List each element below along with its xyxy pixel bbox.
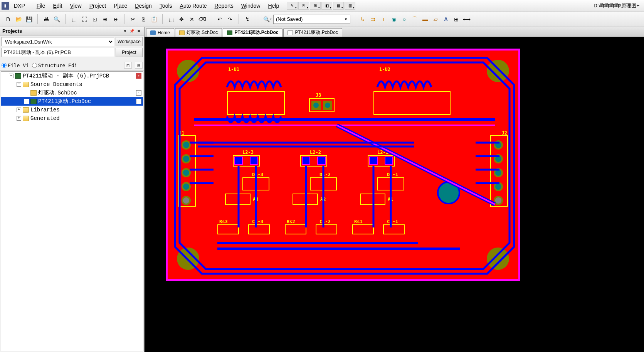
projects-tree[interactable]: − PT4211驱动 - 副本 (6).PrjPCB ▪ − Source Do… <box>1 71 143 351</box>
pad[interactable] <box>302 157 310 165</box>
menu-design[interactable]: Design <box>131 1 156 10</box>
component-a3[interactable] <box>225 194 251 205</box>
component-rs2[interactable] <box>285 224 306 234</box>
quick-icon-5[interactable]: ▦▾ <box>333 2 344 10</box>
component-a2[interactable] <box>293 194 318 205</box>
menu-edit[interactable]: Edit <box>49 1 66 10</box>
pad[interactable] <box>182 168 191 177</box>
dimension-icon[interactable]: ⟷ <box>462 14 472 24</box>
pad[interactable] <box>182 196 191 205</box>
pad[interactable] <box>494 168 503 177</box>
tab-home[interactable]: Home <box>146 28 174 37</box>
component-c13[interactable] <box>248 224 270 234</box>
move-icon[interactable]: ✥ <box>177 14 187 24</box>
pad[interactable] <box>317 157 326 165</box>
connector-j1[interactable] <box>178 135 196 207</box>
redo-icon[interactable]: ↷ <box>225 14 235 24</box>
zoom-area-icon[interactable]: ⬚ <box>69 14 79 24</box>
menu-place[interactable]: Place <box>110 1 131 10</box>
copy-icon[interactable]: ⎘ <box>138 14 148 24</box>
pad-icon[interactable]: ○ <box>399 14 409 24</box>
pad[interactable] <box>250 157 258 165</box>
quick-icon-1[interactable]: ✎▾ <box>287 2 298 10</box>
pad[interactable] <box>369 157 378 165</box>
pad[interactable] <box>385 157 393 165</box>
mounting-hole[interactable] <box>177 60 199 82</box>
mounting-hole[interactable] <box>487 60 509 82</box>
save-icon[interactable]: 💾 <box>24 14 34 24</box>
mounting-hole[interactable] <box>487 248 509 270</box>
fill-icon[interactable]: ▬ <box>420 14 430 24</box>
tree-generated[interactable]: + Generated <box>1 114 143 123</box>
quick-icon-4[interactable]: ◧▾ <box>321 2 332 10</box>
print-preview-icon[interactable]: 🔍 <box>52 14 62 24</box>
app-menu-dxp[interactable]: DXP <box>11 3 28 9</box>
workspace-combo[interactable]: Workspace1.DsnWrk <box>2 37 114 46</box>
mounting-hole[interactable] <box>177 248 199 270</box>
menu-view[interactable]: View <box>66 1 86 10</box>
browse-icon[interactable]: 🔍▾ <box>260 14 273 24</box>
pad[interactable] <box>182 154 191 163</box>
expand-icon[interactable]: − <box>9 74 13 78</box>
arc-icon[interactable]: ⌒ <box>410 14 420 24</box>
tab-pcb-active[interactable]: PT4211驱动.PcbDoc <box>223 28 282 37</box>
menu-reports[interactable]: Reports <box>211 1 237 10</box>
tree-libraries[interactable]: + Libraries <box>1 106 143 114</box>
pad[interactable] <box>323 101 332 110</box>
menu-window[interactable]: Window <box>237 1 264 10</box>
cut-icon[interactable]: ✂ <box>128 14 138 24</box>
connector-j2[interactable] <box>490 135 508 207</box>
connector-j3[interactable] <box>309 98 335 112</box>
pad[interactable] <box>494 154 503 163</box>
menu-autoroute[interactable]: Auto Route <box>176 1 211 10</box>
view-file-radio[interactable]: File Vi <box>2 62 29 68</box>
component-a1[interactable] <box>360 194 385 205</box>
expand-icon[interactable]: + <box>17 108 21 112</box>
menu-project[interactable]: Project <box>86 1 110 10</box>
polygon-icon[interactable]: ▱ <box>430 14 441 24</box>
print-icon[interactable]: 🖶 <box>41 14 51 24</box>
route-icon[interactable]: ↳ <box>358 14 368 24</box>
pad[interactable] <box>182 182 191 191</box>
pad[interactable] <box>494 140 503 150</box>
expand-icon[interactable]: − <box>17 82 21 87</box>
zoom-selected-icon[interactable]: ⊡ <box>90 14 100 24</box>
pad[interactable] <box>494 182 503 191</box>
tab-schematic[interactable]: 灯驱动.SchDoc <box>175 28 222 37</box>
panel-pin-icon[interactable]: 📌 <box>129 28 135 34</box>
component-rs3[interactable] <box>217 224 239 234</box>
tree-schematic-doc[interactable]: 灯驱动.SchDoc ▫ <box>1 89 143 97</box>
component-d12[interactable] <box>310 177 337 190</box>
component-d11[interactable] <box>377 177 404 190</box>
view-structure-radio[interactable]: Structure Edi <box>32 62 77 68</box>
pad[interactable] <box>234 157 243 165</box>
tree-source-documents[interactable]: − Source Documents <box>1 80 143 89</box>
zoom-in-icon[interactable]: ⊕ <box>100 14 110 24</box>
menu-tools[interactable]: Tools <box>156 1 176 10</box>
component-c12[interactable] <box>316 224 337 234</box>
pcb-board[interactable]: 1-U1 1-U2 J3 J1 <box>166 49 520 281</box>
large-via[interactable] <box>437 181 460 204</box>
quick-icon-3[interactable]: ⊞▾ <box>310 2 321 10</box>
quick-icon-6[interactable]: ▥▾ <box>345 2 355 10</box>
panel-close-icon[interactable]: ✕ <box>136 28 142 34</box>
project-name-input[interactable]: PT4211驱动 - 副本 (6).PrjPCB <box>2 48 114 57</box>
select-icon[interactable]: ⬚ <box>166 14 176 24</box>
via-icon[interactable]: ◉ <box>389 14 399 24</box>
document-combo[interactable]: (Not Saved) ▼ <box>273 15 350 24</box>
component-u1[interactable] <box>227 91 285 115</box>
component-c11[interactable] <box>383 224 405 234</box>
panel-tool-icon-1[interactable]: ◱ <box>124 62 132 69</box>
pad[interactable] <box>494 196 503 205</box>
component-icon[interactable]: ⊞ <box>451 14 461 24</box>
pad[interactable] <box>311 101 321 110</box>
paste-icon[interactable]: 📋 <box>149 14 159 24</box>
component-rs1[interactable] <box>352 224 374 234</box>
component-u2[interactable] <box>373 91 451 115</box>
undo-icon[interactable]: ↶ <box>215 14 225 24</box>
open-file-icon[interactable]: 📂 <box>13 14 24 24</box>
route-multi-icon[interactable]: ⫫ <box>378 14 388 24</box>
string-icon[interactable]: A <box>441 14 451 24</box>
pad[interactable] <box>182 140 191 150</box>
panel-tool-icon-2[interactable]: ▤ <box>135 62 143 69</box>
